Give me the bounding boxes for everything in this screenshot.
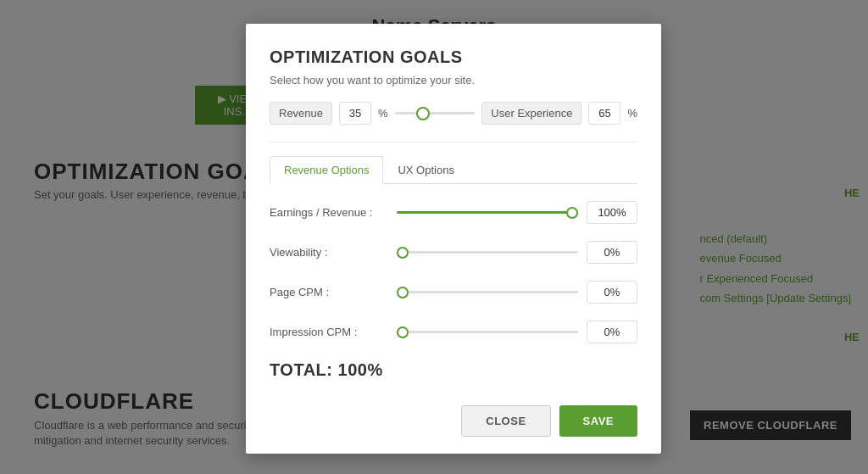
ux-percent: % [627, 107, 637, 120]
optimization-goals-modal: OPTIMIZATION GOALS Select how you want t… [246, 24, 661, 454]
impression-cpm-slider[interactable] [397, 324, 578, 341]
page-cpm-thumb[interactable] [397, 287, 409, 298]
page-cpm-row: Page CPM : 0% [270, 281, 637, 304]
main-slider[interactable] [395, 105, 476, 122]
earnings-slider[interactable] [397, 204, 578, 221]
page-cpm-slider[interactable] [397, 284, 578, 301]
page-cpm-label: Page CPM : [270, 286, 388, 298]
main-slider-track [395, 112, 476, 114]
main-slider-thumb[interactable] [416, 107, 430, 120]
options-tabs: Revenue Options UX Options [270, 156, 637, 184]
viewability-label: Viewability : [270, 246, 388, 259]
close-button[interactable]: CLOSE [461, 405, 550, 437]
page-cpm-value: 0% [587, 281, 637, 304]
tab-ux-options[interactable]: UX Options [383, 156, 468, 184]
ux-value: 65 [588, 102, 620, 125]
viewability-track [397, 251, 578, 254]
total-label: TOTAL: 100% [270, 360, 637, 380]
modal-title: OPTIMIZATION GOALS [270, 47, 637, 67]
tab-revenue-options[interactable]: Revenue Options [270, 156, 383, 184]
earnings-thumb[interactable] [566, 207, 578, 219]
impression-cpm-label: Impression CPM : [270, 326, 388, 338]
viewability-row: Viewability : 0% [270, 241, 637, 264]
earnings-label: Earnings / Revenue : [270, 206, 388, 219]
viewability-value: 0% [587, 241, 637, 264]
impression-cpm-track [397, 331, 578, 333]
revenue-ux-slider-row: Revenue 35 % User Experience 65 % [270, 102, 637, 125]
impression-cpm-thumb[interactable] [397, 326, 409, 338]
ux-label: User Experience [481, 102, 581, 125]
viewability-thumb[interactable] [397, 247, 409, 259]
revenue-percent: % [378, 107, 388, 120]
revenue-label: Revenue [270, 102, 332, 125]
modal-footer: CLOSE SAVE [270, 397, 637, 437]
impression-cpm-value: 0% [587, 321, 637, 343]
divider [270, 142, 637, 142]
impression-cpm-row: Impression CPM : 0% [270, 321, 637, 343]
earnings-fill [397, 211, 578, 214]
earnings-value: 100% [587, 201, 637, 224]
page-cpm-track [397, 291, 578, 293]
earnings-row: Earnings / Revenue : 100% [270, 201, 637, 224]
viewability-slider[interactable] [397, 244, 578, 261]
earnings-track [397, 211, 578, 214]
modal-subtitle: Select how you want to optimize your sit… [270, 74, 637, 86]
save-button[interactable]: SAVE [559, 405, 637, 437]
revenue-value: 35 [339, 102, 371, 125]
